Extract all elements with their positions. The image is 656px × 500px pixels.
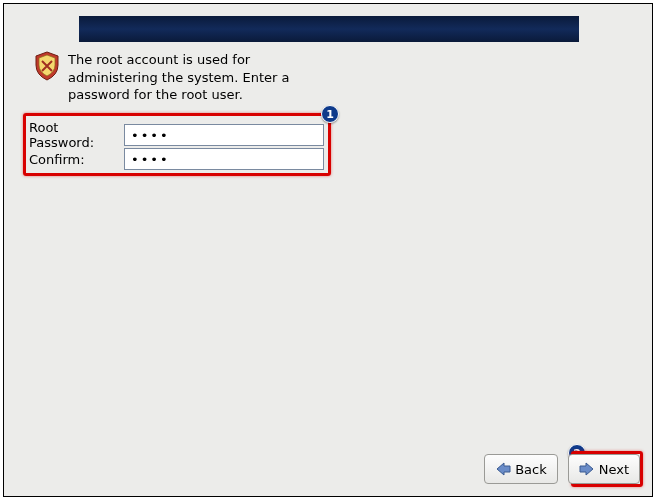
root-password-input[interactable] <box>124 124 324 146</box>
installer-window: The root account is used for administeri… <box>3 3 653 497</box>
next-button-label: Next <box>599 462 629 477</box>
arrow-right-icon <box>579 462 595 476</box>
root-password-label: Root Password: <box>29 120 124 150</box>
shield-icon <box>34 51 60 81</box>
footer-buttons: Back Next <box>4 454 652 484</box>
intro-text: The root account is used for administeri… <box>68 51 298 104</box>
next-button[interactable]: Next <box>568 454 640 484</box>
confirm-password-label: Confirm: <box>29 152 124 167</box>
back-button[interactable]: Back <box>484 454 558 484</box>
confirm-password-row: Confirm: <box>29 148 324 170</box>
callout-badge-1: 1 <box>321 105 339 123</box>
back-button-label: Back <box>515 462 547 477</box>
root-password-row: Root Password: <box>29 120 324 150</box>
confirm-password-input[interactable] <box>124 148 324 170</box>
intro-block: The root account is used for administeri… <box>34 51 298 104</box>
header-banner <box>79 16 579 42</box>
arrow-left-icon <box>495 462 511 476</box>
